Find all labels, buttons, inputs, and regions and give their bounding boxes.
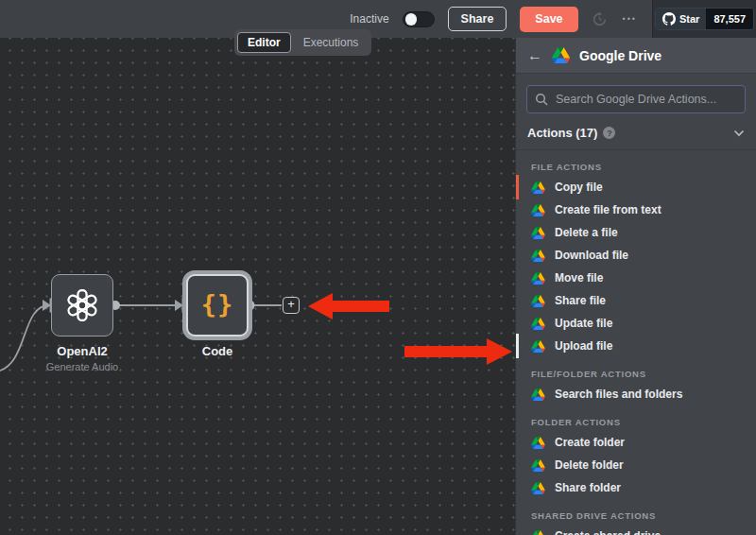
back-arrow-icon[interactable]: ← — [527, 48, 542, 63]
google-drive-icon — [531, 227, 545, 239]
node-openai2[interactable] — [51, 274, 113, 337]
category-label: FILE ACTIONS — [516, 150, 756, 176]
search-icon — [535, 93, 548, 106]
history-icon[interactable] — [592, 11, 608, 27]
openai-logo-icon — [66, 289, 98, 321]
action-item-label: Share file — [555, 294, 606, 307]
action-item-label: Copy file — [555, 181, 603, 194]
action-item-label: Create file from text — [555, 203, 662, 216]
action-item-label: Delete folder — [555, 458, 624, 472]
action-item-delete-a-file[interactable]: Delete a file — [516, 221, 756, 244]
actions-header-row: Actions (17) ? — [516, 121, 756, 149]
action-item-move-file[interactable]: Move file — [516, 267, 756, 289]
tab-executions[interactable]: Executions — [293, 32, 369, 53]
action-item-label: Upload file — [555, 339, 612, 353]
more-options-icon[interactable]: ••• — [621, 10, 639, 27]
search-input[interactable] — [526, 85, 746, 113]
action-item-delete-folder[interactable]: Delete folder — [516, 454, 756, 476]
github-star-label: Star — [679, 13, 699, 25]
action-item-label: Share folder — [555, 481, 621, 494]
google-drive-icon — [531, 530, 545, 535]
node-code-label: Code — [151, 344, 284, 358]
panel-title: Google Drive — [579, 48, 662, 63]
action-item-create-folder[interactable]: Create folder — [516, 431, 756, 454]
app-screen: Inactive Share Save ••• Star 87,557 Edit… — [0, 0, 756, 535]
github-star-left: Star — [656, 9, 706, 29]
action-item-update-file[interactable]: Update file — [516, 312, 756, 335]
google-drive-icon — [531, 250, 545, 262]
workflow-status-label: Inactive — [350, 12, 388, 26]
red-arrow-right-icon — [404, 338, 512, 365]
google-drive-icon — [531, 482, 545, 494]
node-code[interactable]: {} — [186, 274, 249, 337]
google-drive-icon — [531, 295, 545, 307]
topbar-github-section: Star 87,557 — [652, 0, 756, 38]
search-wrap — [526, 85, 746, 113]
action-item-share-file[interactable]: Share file — [516, 289, 756, 312]
node-openai2-label: OpenAI2 — [16, 344, 148, 358]
add-node-plus-button[interactable]: + — [283, 297, 300, 314]
panel-header: ← Google Drive — [516, 38, 756, 74]
action-item-create-shared-drive[interactable]: Create shared drive — [516, 525, 756, 535]
action-item-label: Download file — [555, 249, 628, 262]
google-drive-actions-panel: ← Google Drive Actions (17) ? FILE ACTIO… — [515, 38, 756, 535]
action-item-label: Search files and folders — [555, 388, 682, 401]
google-drive-icon — [531, 388, 545, 401]
github-octocat-icon — [662, 12, 676, 26]
google-drive-icon — [531, 318, 545, 330]
action-item-label: Create folder — [555, 436, 625, 449]
workflow-canvas[interactable]: OpenAI2 Generate Audio {} Code + — [0, 38, 515, 535]
google-drive-icon — [531, 459, 545, 472]
google-drive-icon — [531, 340, 545, 353]
topbar: Inactive Share Save ••• Star 87,557 — [0, 0, 756, 38]
tab-editor[interactable]: Editor — [237, 32, 291, 53]
action-item-label: Delete a file — [555, 226, 618, 239]
action-item-share-folder[interactable]: Share folder — [516, 476, 756, 499]
action-item-search-files-and-folders[interactable]: Search files and folders — [516, 383, 756, 406]
google-drive-icon — [531, 181, 545, 194]
red-arrow-left-icon — [308, 293, 389, 319]
save-button[interactable]: Save — [520, 7, 577, 32]
help-icon[interactable]: ? — [603, 127, 615, 139]
category-label: FOLDER ACTIONS — [516, 406, 756, 431]
action-item-copy-file[interactable]: Copy file — [516, 176, 756, 198]
workflow-active-toggle[interactable] — [403, 11, 435, 27]
node-openai2-subtitle: Generate Audio — [16, 361, 148, 372]
action-item-upload-file[interactable]: Upload file — [516, 335, 756, 357]
github-star-widget[interactable]: Star 87,557 — [655, 8, 754, 30]
category-label: SHARED DRIVE ACTIONS — [516, 499, 756, 525]
action-item-label: Create shared drive — [555, 529, 661, 535]
share-button[interactable]: Share — [448, 7, 507, 31]
actions-count-label: Actions (17) — [527, 126, 597, 140]
chevron-down-icon[interactable] — [733, 129, 745, 137]
code-braces-icon: {} — [201, 289, 234, 319]
actions-list: FILE ACTIONS Copy file Create file from … — [516, 150, 756, 535]
action-item-label: Update file — [555, 317, 612, 330]
action-item-create-file-from-text[interactable]: Create file from text — [516, 198, 756, 221]
action-item-label: Move file — [555, 271, 603, 285]
action-item-download-file[interactable]: Download file — [516, 244, 756, 267]
github-star-count: 87,557 — [706, 9, 753, 29]
google-drive-icon — [552, 47, 570, 63]
category-label: FILE/FOLDER ACTIONS — [516, 357, 756, 383]
google-drive-icon — [531, 272, 545, 285]
google-drive-icon — [531, 437, 545, 449]
editor-executions-tabs: Editor Executions — [234, 29, 371, 56]
google-drive-icon — [531, 204, 545, 216]
toggle-knob — [405, 13, 418, 26]
